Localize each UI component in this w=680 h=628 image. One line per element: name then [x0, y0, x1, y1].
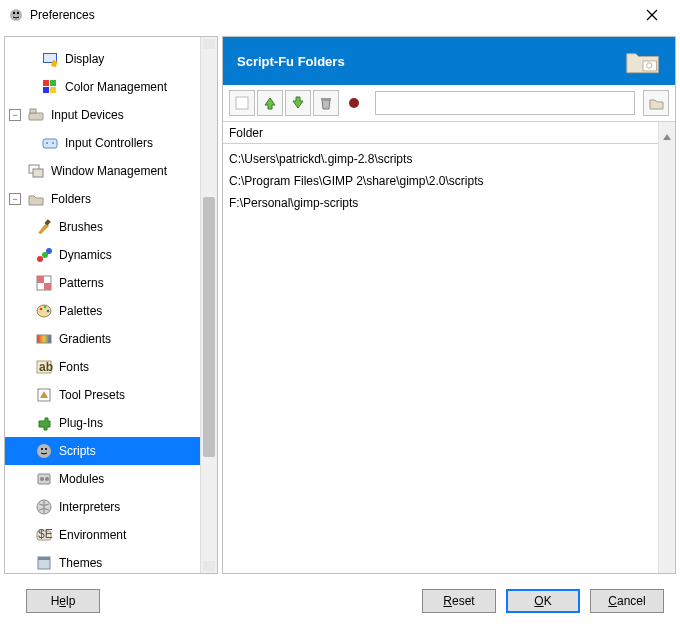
tree-item-interpreters[interactable]: Interpreters — [5, 493, 200, 521]
record-indicator-icon — [341, 90, 367, 116]
help-button[interactable]: Help — [26, 589, 100, 613]
tree-label: Themes — [59, 556, 102, 570]
svg-point-33 — [41, 448, 43, 450]
tree-item-color-management[interactable]: Color Management — [5, 73, 200, 101]
tree-item-scripts[interactable]: Scripts — [5, 437, 200, 465]
move-down-button[interactable] — [285, 90, 311, 116]
svg-point-2 — [17, 12, 19, 14]
svg-point-37 — [45, 477, 49, 481]
tree-label: Plug-Ins — [59, 416, 103, 430]
brushes-icon — [35, 218, 53, 236]
svg-rect-28 — [37, 335, 51, 343]
tree-item-input-devices[interactable]: − Input Devices — [5, 101, 200, 129]
tree-label: Modules — [59, 472, 104, 486]
svg-rect-16 — [33, 169, 43, 177]
svg-point-13 — [46, 142, 48, 144]
patterns-icon — [35, 274, 53, 292]
tree-item-window-management[interactable]: Window Management — [5, 157, 200, 185]
tree-label: Brushes — [59, 220, 103, 234]
new-folder-button[interactable] — [229, 90, 255, 116]
tree-label: Patterns — [59, 276, 104, 290]
list-scrollbar[interactable] — [658, 122, 675, 573]
svg-rect-46 — [321, 98, 331, 100]
tree-label: Input Devices — [51, 108, 124, 122]
move-up-button[interactable] — [257, 90, 283, 116]
content-area: Display Color Management − Input Devices… — [0, 30, 680, 574]
svg-point-18 — [37, 256, 43, 262]
section-banner: Script-Fu Folders — [223, 37, 675, 85]
list-item[interactable]: F:\Personal\gimp-scripts — [229, 192, 652, 214]
tree-item-tool-presets[interactable]: Tool Presets — [5, 381, 200, 409]
folders-icon — [27, 190, 45, 208]
svg-point-25 — [40, 308, 43, 311]
svg-rect-6 — [43, 80, 49, 86]
close-button[interactable] — [632, 0, 672, 30]
tree-item-modules[interactable]: Modules — [5, 465, 200, 493]
color-icon — [41, 78, 59, 96]
tool-presets-icon — [35, 386, 53, 404]
interpreters-icon — [35, 498, 53, 516]
tree-label: Color Management — [65, 80, 167, 94]
tree-item-patterns[interactable]: Patterns — [5, 269, 200, 297]
list-item[interactable]: C:\Users\patrickd\.gimp-2.8\scripts — [229, 148, 652, 170]
tree-item-palettes[interactable]: Palettes — [5, 297, 200, 325]
folder-settings-icon — [625, 46, 661, 76]
folder-path: F:\Personal\gimp-scripts — [229, 196, 358, 210]
tree-item-dynamics[interactable]: Dynamics — [5, 241, 200, 269]
tree-item-display[interactable]: Display — [5, 45, 200, 73]
delete-button[interactable] — [313, 90, 339, 116]
tree-label: Dynamics — [59, 248, 112, 262]
svg-rect-22 — [37, 276, 44, 283]
tree-label: Fonts — [59, 360, 89, 374]
folder-toolbar — [223, 85, 675, 121]
ok-button[interactable]: OK — [506, 589, 580, 613]
category-tree[interactable]: Display Color Management − Input Devices… — [5, 37, 200, 573]
list-item[interactable]: C:\Program Files\GIMP 2\share\gimp\2.0\s… — [229, 170, 652, 192]
svg-point-36 — [40, 477, 44, 481]
window-title: Preferences — [30, 8, 632, 22]
folder-column-header[interactable]: Folder — [223, 122, 658, 144]
tree-item-input-controllers[interactable]: Input Controllers — [5, 129, 200, 157]
folder-path: C:\Program Files\GIMP 2\share\gimp\2.0\s… — [229, 174, 484, 188]
tree-item-plug-ins[interactable]: Plug-Ins — [5, 409, 200, 437]
tree-scrollbar[interactable] — [200, 37, 217, 573]
svg-rect-42 — [38, 557, 50, 560]
collapse-toggle[interactable]: − — [9, 193, 21, 205]
svg-text:ab: ab — [39, 360, 53, 374]
section-title: Script-Fu Folders — [237, 54, 345, 69]
tree-item-gradients[interactable]: Gradients — [5, 325, 200, 353]
folder-path: C:\Users\patrickd\.gimp-2.8\scripts — [229, 152, 412, 166]
tree-item-folders[interactable]: − Folders — [5, 185, 200, 213]
gradients-icon — [35, 330, 53, 348]
tree-item-environment[interactable]: $ENV Environment — [5, 521, 200, 549]
tree-label: Gradients — [59, 332, 111, 346]
browse-button[interactable] — [643, 90, 669, 116]
tree-label: Palettes — [59, 304, 102, 318]
svg-point-0 — [10, 9, 22, 21]
tree-label: Window Management — [51, 164, 167, 178]
cancel-button[interactable]: Cancel — [590, 589, 664, 613]
svg-point-27 — [47, 310, 50, 313]
tree-item-brushes[interactable]: Brushes — [5, 213, 200, 241]
modules-icon — [35, 470, 53, 488]
collapse-toggle[interactable]: − — [9, 109, 21, 121]
tree-label: Tool Presets — [59, 388, 125, 402]
controllers-icon — [41, 134, 59, 152]
titlebar: Preferences — [0, 0, 680, 30]
svg-rect-23 — [44, 283, 51, 290]
dynamics-icon — [35, 246, 53, 264]
tree-item-fonts[interactable]: ab Fonts — [5, 353, 200, 381]
detail-pane: Script-Fu Folders Folder C:\Users\pa — [222, 36, 676, 574]
svg-rect-9 — [50, 87, 56, 93]
plug-ins-icon — [35, 414, 53, 432]
folder-path-input[interactable] — [375, 91, 635, 115]
folder-list[interactable]: C:\Users\patrickd\.gimp-2.8\scripts C:\P… — [223, 144, 658, 573]
svg-point-14 — [52, 142, 54, 144]
tree-item-themes[interactable]: Themes — [5, 549, 200, 573]
svg-rect-10 — [29, 113, 43, 120]
reset-button[interactable]: Reset — [422, 589, 496, 613]
svg-rect-8 — [43, 87, 49, 93]
svg-point-20 — [46, 248, 52, 254]
svg-point-34 — [45, 448, 47, 450]
svg-rect-7 — [50, 80, 56, 86]
